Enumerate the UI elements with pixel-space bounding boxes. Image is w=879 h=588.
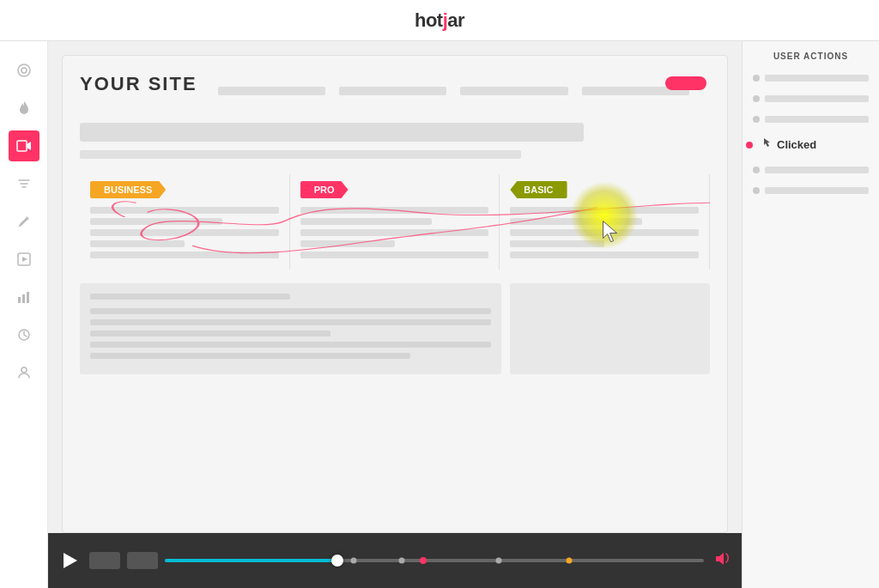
main-layout: YOUR SITE BUSINESS [0, 41, 879, 588]
bottom-left [80, 283, 501, 374]
svg-rect-6 [27, 292, 29, 303]
svg-rect-4 [18, 297, 21, 303]
mock-line [300, 252, 489, 258]
progress-dot-5 [567, 558, 573, 564]
business-badge: BUSINESS [90, 181, 166, 198]
action-dot [753, 187, 760, 194]
sidebar-item-fire[interactable] [9, 93, 39, 124]
site-preview: YOUR SITE BUSINESS [62, 55, 728, 533]
action-item-clicked: Clicked [749, 133, 872, 156]
action-item-1 [749, 71, 872, 85]
sidebar-item-play[interactable] [9, 244, 39, 275]
pricing-col-business: BUSINESS [80, 174, 290, 270]
click-action-icon [760, 136, 773, 153]
mock-line [90, 240, 185, 247]
right-panel: USER ACTIONS Clicked [742, 41, 879, 588]
sidebar-item-analytics[interactable] [9, 282, 39, 312]
mock-line [300, 207, 489, 214]
svg-rect-2 [17, 141, 27, 151]
svg-point-1 [21, 68, 27, 73]
action-dot [753, 95, 760, 102]
sidebar-item-user[interactable] [9, 357, 39, 388]
action-item-5 [749, 163, 872, 177]
action-item-6 [749, 184, 872, 197]
play-icon [64, 553, 77, 568]
sidebar-item-history[interactable] [9, 319, 39, 350]
progress-dot-2 [399, 558, 405, 564]
pro-badge: PRO [300, 181, 349, 198]
mock-line [300, 218, 433, 225]
svg-point-8 [21, 367, 27, 373]
site-cta-button[interactable] [665, 76, 706, 90]
mock-line [90, 252, 279, 258]
video-controls [48, 533, 742, 588]
panel-indicator [746, 142, 753, 149]
panel-title: USER ACTIONS [749, 52, 872, 61]
mock-line [300, 240, 395, 247]
bottom-line [90, 319, 491, 325]
bottom-line [90, 294, 290, 300]
volume-icon[interactable] [714, 552, 731, 569]
pricing-area: BUSINESS PRO [80, 174, 710, 270]
sidebar-item-recordings[interactable] [9, 130, 39, 161]
svg-rect-5 [22, 294, 25, 303]
progress-bar[interactable] [165, 559, 704, 562]
logo-dot: j [443, 9, 448, 31]
pricing-col-pro: PRO [290, 174, 500, 270]
sidebar [0, 41, 48, 588]
header: hotjar [0, 0, 879, 41]
progress-dot-3 [420, 557, 427, 564]
content-area: YOUR SITE BUSINESS [48, 41, 742, 588]
progress-handle[interactable] [331, 555, 343, 567]
action-line [765, 167, 869, 173]
bottom-line [90, 308, 491, 314]
action-dot [753, 75, 760, 82]
bottom-mockup [80, 283, 710, 374]
progress-dot-1 [350, 558, 356, 564]
site-title: YOUR SITE [80, 73, 197, 95]
skip-back-button[interactable] [89, 552, 120, 569]
action-dot [753, 116, 760, 123]
sidebar-item-filters[interactable] [9, 168, 39, 199]
clicked-label: Clicked [777, 138, 816, 151]
action-item-3 [749, 112, 872, 126]
recording-viewer: YOUR SITE BUSINESS [48, 41, 742, 533]
action-line [765, 95, 869, 102]
mock-line [300, 229, 489, 236]
action-line [765, 75, 869, 82]
skip-forward-button[interactable] [127, 552, 158, 569]
bottom-line [90, 353, 410, 359]
mock-nav-thin [80, 150, 521, 159]
action-dot [753, 167, 760, 173]
mock-nav-bar [80, 123, 584, 142]
basic-badge: BASIC [510, 181, 567, 198]
mock-line [90, 229, 279, 236]
cursor-icon [601, 219, 620, 248]
progress-fill [165, 559, 337, 562]
bottom-right [510, 283, 710, 374]
play-button[interactable] [58, 549, 82, 573]
sidebar-item-edit[interactable] [9, 206, 39, 237]
action-item-2 [749, 92, 872, 106]
progress-dot-4 [496, 558, 502, 564]
sidebar-item-heatmaps[interactable] [9, 55, 39, 86]
action-line [765, 187, 869, 194]
mock-line [90, 218, 222, 225]
bottom-line [90, 330, 330, 336]
mock-line [510, 252, 699, 258]
bottom-line [90, 342, 491, 348]
mock-line [90, 207, 279, 214]
action-line [765, 116, 869, 123]
pricing-col-basic: BASIC [500, 174, 710, 270]
logo: hotjar [415, 9, 464, 32]
svg-point-0 [18, 64, 30, 76]
